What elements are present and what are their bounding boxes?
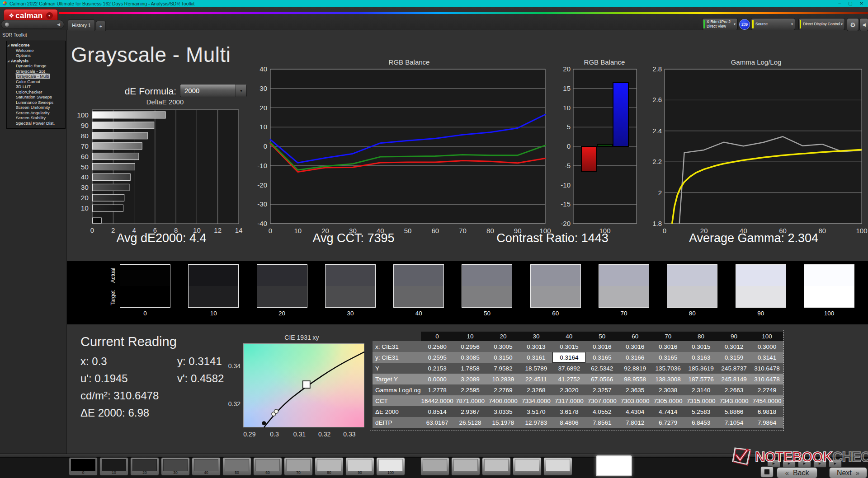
transport-play-icon-1[interactable]: ▶ (783, 459, 796, 468)
extra-pattern-button-4[interactable] (543, 457, 572, 476)
table-cell: 67.0566 (585, 374, 618, 384)
table-cell: 245.8737 (717, 363, 750, 374)
meter-mode: Direct View (707, 24, 726, 28)
svg-text:0: 0 (90, 226, 94, 234)
table-cell: 4.7414 (651, 406, 684, 417)
tab-history-1[interactable]: History 1 (68, 19, 95, 31)
sidebar-item-screen-angularity[interactable]: Screen Angularity (7, 110, 65, 116)
gear-icon[interactable]: ⚙ (847, 18, 859, 31)
extra-pattern-button-1[interactable] (451, 457, 480, 476)
sidebar-item-luminance-sweeps[interactable]: Luminance Sweeps (7, 100, 65, 105)
pattern-button-30[interactable]: 30 (161, 457, 190, 476)
chevron-down-icon[interactable]: ▾ (841, 22, 843, 26)
extra-pattern-button-3[interactable] (513, 457, 542, 476)
sidebar-item-3d-lut[interactable]: 3D LUT (7, 84, 65, 89)
svg-text:40: 40 (81, 173, 89, 181)
pattern-swatch (348, 459, 372, 471)
transport-play-icon-4[interactable]: ▶ (829, 459, 842, 468)
chevron-down-icon[interactable]: ▾ (791, 22, 793, 26)
chevron-down-icon[interactable]: ▾ (46, 12, 53, 19)
minimize-icon[interactable]: – (839, 1, 841, 6)
extra-pattern-button-2[interactable] (482, 457, 511, 476)
sidebar-item-spectral-power-dist[interactable]: Spectral Power Dist. (7, 121, 65, 126)
table-cell: 7305.0000 (651, 395, 684, 406)
svg-text:100: 100 (77, 111, 89, 119)
svg-text:0.3: 0.3 (270, 431, 279, 438)
next-button[interactable]: Next » (829, 467, 867, 478)
sidebar-item-grayscale-2pt[interactable]: Grayscale - 2pt (7, 69, 65, 74)
sidebar-item-saturation-sweeps[interactable]: Saturation Sweeps (7, 94, 65, 100)
close-icon[interactable]: ✕ (860, 1, 863, 6)
table-cell: 0.3013 (519, 341, 552, 352)
pattern-button-50[interactable]: 50 (222, 457, 251, 476)
strip-actual-label: Actual (110, 265, 117, 286)
meter-count-badge: 239 (739, 19, 750, 30)
swatch-level-label: 0 (120, 310, 170, 317)
table-cell: 2.3268 (519, 384, 552, 395)
sidebar-item-grayscale-multi[interactable]: Grayscale - Multi (7, 74, 65, 79)
pattern-button-10[interactable]: 10 (99, 457, 128, 476)
pattern-button-80[interactable]: 80 (315, 457, 344, 476)
table-cell: 7.1054 (717, 417, 750, 428)
sidebar-item-label: Options (16, 53, 31, 58)
sidebar-item-welcome[interactable]: ◢Welcome (7, 42, 65, 48)
collapse-left-icon[interactable]: ◀ (57, 22, 60, 27)
table-cell: 7871.0000 (454, 395, 487, 406)
selected-white-patch-button[interactable] (596, 455, 632, 476)
pattern-swatch (286, 459, 311, 471)
add-tab-button[interactable]: + (96, 21, 106, 31)
sidebar-item-analysis[interactable]: ◢Analysis (7, 58, 65, 64)
sidebar-item-color-gamut[interactable]: Color Gamut (7, 79, 65, 84)
table-cell: 7.9582 (486, 363, 519, 374)
table-cell: 2.3038 (651, 384, 684, 395)
meter-dropdown[interactable]: X-Rite i1Pro 2 Direct View ▾ (702, 18, 738, 30)
pattern-button-20[interactable]: 20 (130, 457, 159, 476)
table-cell: 22.4511 (519, 374, 552, 384)
sidebar-item-options[interactable]: Options (7, 53, 65, 58)
svg-text:-10: -10 (257, 162, 267, 169)
table-cell: 0.3016 (585, 341, 618, 352)
sidebar-item-screen-stability[interactable]: Screen Stability (7, 115, 65, 121)
grayscale-swatch-100: 100 (804, 264, 854, 317)
pattern-button-0[interactable]: 0 (69, 457, 98, 476)
grayscale-swatch-strip: Actual Target 0102030405060708090100 (66, 261, 868, 324)
pattern-button-60[interactable]: 60 (253, 457, 282, 476)
table-cell: 6.9818 (750, 406, 783, 417)
sidebar-item-welcome[interactable]: Welcome (7, 48, 65, 53)
swatch-level-label: 70 (599, 310, 649, 317)
maximize-icon[interactable]: ▢ (848, 1, 852, 6)
table-cell: 7454.0000 (750, 395, 783, 406)
table-cell: 6.7279 (651, 417, 684, 428)
table-row-label: Target Y (373, 374, 421, 384)
pattern-button-100[interactable]: 100 (376, 457, 405, 476)
sidebar-item-label: 3D LUT (16, 84, 31, 89)
extra-pattern-button-0[interactable] (420, 457, 449, 476)
svg-text:0.33: 0.33 (343, 431, 355, 438)
pattern-button-40[interactable]: 40 (192, 457, 221, 476)
sidebar-item-screen-uniformity[interactable]: Screen Uniformity (7, 105, 65, 110)
reading-x: x: 0.3 (80, 355, 107, 368)
de-formula-select[interactable]: 2000 ▾ (180, 84, 247, 97)
collapse-panel-icon[interactable]: ◀ (859, 18, 868, 31)
transport-play-icon-3[interactable]: ▶ (813, 459, 826, 468)
table-row-label: y: CIE31 (373, 352, 421, 363)
table-row: dEITP63.016726.512815.197812.97838.48067… (373, 417, 783, 428)
stop-button[interactable] (760, 466, 774, 478)
pattern-button-70[interactable]: 70 (284, 457, 313, 476)
back-button[interactable]: « Back (777, 467, 817, 478)
source-dropdown[interactable]: Source ▾ (751, 18, 795, 30)
sidebar-item-colorchecker[interactable]: ColorChecker (7, 89, 65, 95)
table-cell: 18.5789 (519, 363, 552, 374)
sidebar-item-dynamic-range[interactable]: Dynamic Range (7, 63, 65, 69)
display-control-dropdown[interactable]: Direct Display Control ▾ (798, 18, 845, 30)
chevron-down-icon[interactable]: ▾ (734, 22, 736, 26)
source-status-bar (752, 20, 754, 29)
actual-swatch (804, 265, 854, 286)
stat-avg-cct: Avg CCT: 7395 (312, 231, 394, 245)
pattern-button-90[interactable]: 90 (345, 457, 374, 476)
chevron-down-icon[interactable]: ▾ (236, 84, 246, 97)
actual-swatch (189, 265, 238, 286)
table-cell: 7303.0000 (618, 395, 651, 406)
workspace-collapse-pill[interactable]: ◀ (1, 20, 64, 29)
transport-play-icon-2[interactable]: ▶ (798, 459, 811, 468)
